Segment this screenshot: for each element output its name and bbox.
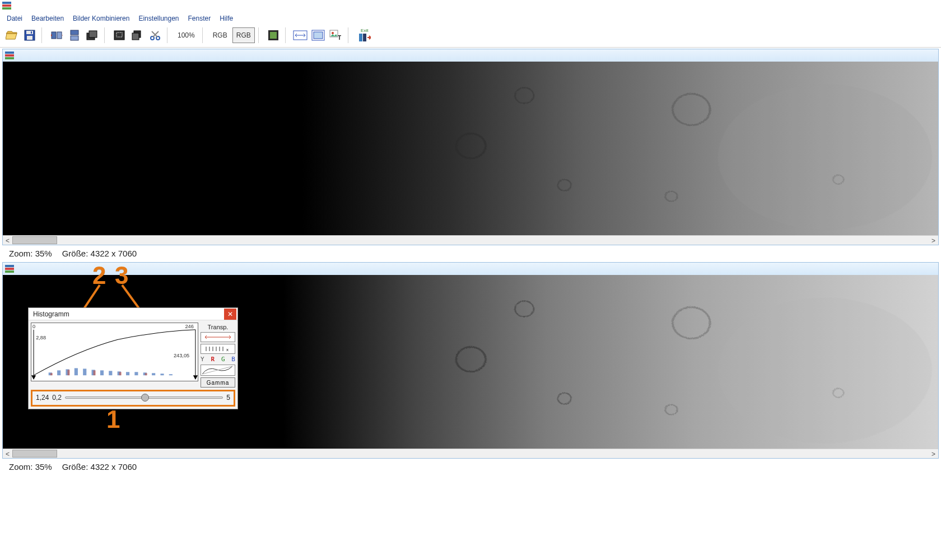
histogram-title: Histogramm xyxy=(33,310,69,318)
exit-icon xyxy=(358,33,371,42)
svg-rect-63 xyxy=(94,370,96,375)
svg-rect-3 xyxy=(31,31,32,34)
fit-width-button[interactable] xyxy=(292,27,309,44)
scroll-thumb[interactable] xyxy=(12,450,57,458)
scroll-right-icon[interactable]: > xyxy=(929,449,938,459)
copy-icon xyxy=(132,30,143,40)
histogram-chart[interactable]: 0 246 2,88 243,05 xyxy=(31,323,198,381)
hist-high-marker: 243,05 xyxy=(174,353,189,358)
scroll-right-icon[interactable]: > xyxy=(929,236,938,245)
histogram-titlebar[interactable]: Histogramm ✕ xyxy=(29,308,237,320)
svg-point-40 xyxy=(718,297,931,443)
exit-button[interactable]: Exit xyxy=(355,27,375,44)
svg-rect-60 xyxy=(169,374,173,375)
crop-icon xyxy=(114,30,125,40)
svg-rect-5 xyxy=(57,32,62,39)
image-canvas-1[interactable] xyxy=(3,62,938,235)
open-button[interactable] xyxy=(3,27,20,44)
hist-axis-max: 246 xyxy=(185,324,193,329)
menu-help[interactable]: Hilfe xyxy=(216,13,236,24)
histogram-dialog[interactable]: Histogramm ✕ 0 246 2,88 243,05 xyxy=(28,307,238,409)
svg-rect-64 xyxy=(119,372,122,375)
svg-rect-55 xyxy=(126,372,129,375)
gamma-slider-knob[interactable] xyxy=(141,394,149,402)
stretch-button[interactable]: x xyxy=(201,344,235,354)
menu-file[interactable]: Datei xyxy=(3,13,26,24)
gamma-slider[interactable] xyxy=(65,394,223,402)
zoom-readout-2: Zoom: 35% xyxy=(9,462,52,472)
scroll-thumb[interactable] xyxy=(12,236,57,244)
horizontal-scrollbar-2[interactable]: < > xyxy=(3,449,938,458)
mirror-h-button[interactable] xyxy=(48,27,65,44)
range-icon xyxy=(204,334,232,340)
panel-2-titlebar[interactable] xyxy=(3,263,938,275)
menu-edit[interactable]: Bearbeiten xyxy=(28,13,67,24)
svg-text:x: x xyxy=(226,347,229,352)
mirror-v-button[interactable] xyxy=(66,27,83,44)
svg-rect-17 xyxy=(270,32,277,39)
svg-rect-62 xyxy=(68,370,70,375)
gamma-slider-max: 5 xyxy=(226,394,230,402)
svg-rect-1 xyxy=(26,31,33,34)
svg-rect-20 xyxy=(314,32,323,39)
hist-axis-min: 0 xyxy=(32,324,35,329)
gamma-button[interactable]: Gamma xyxy=(201,377,235,388)
svg-rect-56 xyxy=(134,372,138,375)
svg-point-22 xyxy=(332,32,334,34)
size-readout-2: Größe: 4322 x 7060 xyxy=(62,462,137,472)
horizontal-scrollbar-1[interactable]: < > xyxy=(3,235,938,245)
svg-rect-52 xyxy=(100,370,104,375)
menu-combine[interactable]: Bilder Kombinieren xyxy=(69,13,133,24)
layers-button[interactable] xyxy=(265,27,282,44)
svg-rect-49 xyxy=(74,368,78,375)
size-readout-1: Größe: 4322 x 7060 xyxy=(62,249,137,258)
bars-icon: x xyxy=(204,346,232,352)
fit-height-button[interactable] xyxy=(310,27,327,44)
svg-rect-58 xyxy=(152,373,155,375)
channel-selector[interactable]: Y R G B xyxy=(201,356,235,363)
text-tool-button[interactable]: T xyxy=(328,27,344,44)
stack-icon xyxy=(86,30,99,41)
exit-label: Exit xyxy=(361,29,368,33)
channel-B[interactable]: B xyxy=(231,356,235,363)
panel-1-titlebar[interactable] xyxy=(3,49,938,62)
svg-rect-7 xyxy=(71,36,78,40)
annotation-1: 1 xyxy=(106,405,120,433)
channel-Y[interactable]: Y xyxy=(201,356,204,363)
scroll-left-icon[interactable]: < xyxy=(3,449,12,459)
statusbar-2: Zoom: 35% Größe: 4322 x 7060 xyxy=(2,459,939,474)
svg-rect-6 xyxy=(71,30,78,35)
text-tool-icon: T xyxy=(329,30,343,41)
annotation-3: 3 xyxy=(115,262,128,290)
menu-window[interactable]: Fenster xyxy=(185,13,215,24)
channel-R[interactable]: R xyxy=(211,356,215,363)
cut-button[interactable] xyxy=(147,27,164,44)
zoom-level-button[interactable]: 100% xyxy=(174,27,199,43)
transparency-range-button[interactable] xyxy=(201,332,235,342)
hist-low-marker: 2,88 xyxy=(36,335,46,341)
scroll-left-icon[interactable]: < xyxy=(3,236,12,245)
curve-preview[interactable] xyxy=(201,365,235,376)
menu-settings[interactable]: Einstellungen xyxy=(135,13,182,24)
copy-button[interactable] xyxy=(129,27,146,44)
gamma-value: 1,24 xyxy=(36,394,49,402)
svg-rect-61 xyxy=(50,373,53,375)
svg-rect-4 xyxy=(52,32,56,39)
stack-button[interactable] xyxy=(84,27,101,44)
crop-button[interactable] xyxy=(111,27,128,44)
floppy-icon xyxy=(24,30,35,41)
app-icon xyxy=(2,1,11,10)
svg-rect-59 xyxy=(160,374,164,375)
image-panel-1: < > xyxy=(2,49,939,245)
close-button[interactable]: ✕ xyxy=(224,309,236,320)
channel-G[interactable]: G xyxy=(221,356,225,363)
svg-rect-9 xyxy=(89,31,97,38)
rgb-mode-1-button[interactable]: RGB xyxy=(209,27,231,43)
menubar: Datei Bearbeiten Bilder Kombinieren Eins… xyxy=(0,12,941,26)
mirror-vertical-icon xyxy=(68,30,81,41)
gamma-slider-row: 1,24 0,2 5 xyxy=(31,390,235,407)
rgb-mode-2-button[interactable]: RGB xyxy=(232,27,255,43)
save-button[interactable] xyxy=(21,27,38,44)
scissors-icon xyxy=(150,30,161,40)
svg-rect-13 xyxy=(132,33,139,40)
